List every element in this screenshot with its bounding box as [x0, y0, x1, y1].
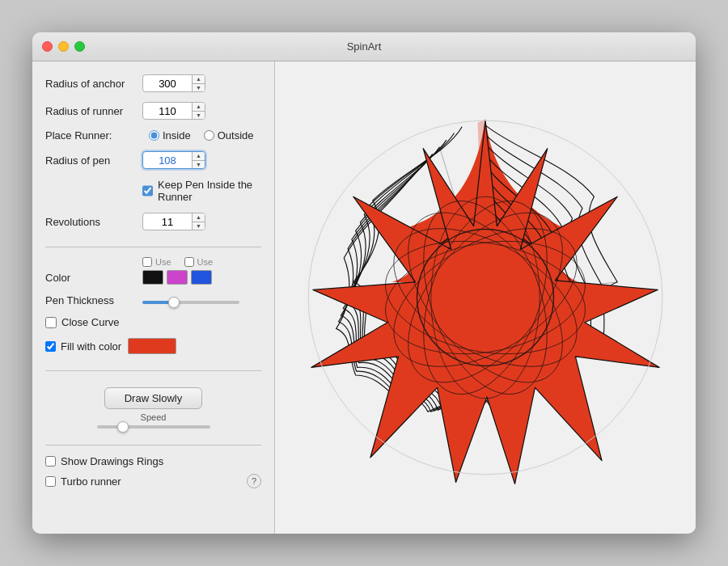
radius-anchor-row: Radius of anchor ▲ ▼ [45, 74, 261, 92]
fill-color-checkbox[interactable] [45, 341, 56, 352]
pen-thickness-slider-wrap [142, 294, 261, 306]
place-runner-label: Place Runner: [45, 129, 142, 142]
turbo-runner-label: Turbo runner [61, 475, 121, 488]
spinart-drawing [291, 78, 679, 517]
radius-pen-down[interactable]: ▼ [193, 161, 205, 170]
radius-anchor-input[interactable] [143, 75, 192, 91]
keep-pen-label: Keep Pen Inside the Runner [158, 179, 261, 203]
keep-pen-checkbox[interactable] [142, 185, 153, 196]
radius-runner-up[interactable]: ▲ [193, 102, 205, 112]
radius-pen-input[interactable] [143, 152, 192, 168]
close-button[interactable] [42, 41, 53, 52]
inside-radio[interactable] [149, 130, 159, 141]
color-label: Color [45, 272, 142, 284]
use-row: Use Use [142, 257, 261, 267]
minimize-button[interactable] [58, 41, 69, 52]
color-row: Color [45, 270, 261, 285]
inside-radio-item[interactable]: Inside [149, 129, 191, 142]
color-swatch-purple[interactable] [167, 270, 188, 285]
radius-runner-label: Radius of runner [45, 105, 142, 117]
radius-runner-stepper[interactable]: ▲ ▼ [192, 102, 205, 120]
radius-pen-up[interactable]: ▲ [193, 151, 205, 161]
pen-thickness-slider[interactable] [142, 301, 239, 304]
revolutions-stepper[interactable]: ▲ ▼ [192, 213, 205, 230]
speed-slider[interactable] [97, 425, 210, 429]
radius-pen-row: Radius of pen ▲ ▼ [45, 151, 261, 169]
use-label-1: Use [155, 257, 171, 267]
draw-button-wrap: Draw Slowly [45, 387, 261, 409]
pen-thickness-row: Pen Thickness [45, 294, 261, 306]
help-icon[interactable]: ? [247, 474, 261, 488]
radius-anchor-input-wrap: ▲ ▼ [142, 74, 205, 92]
radius-anchor-stepper[interactable]: ▲ ▼ [192, 74, 205, 92]
place-runner-row: Place Runner: Inside Outside [45, 129, 261, 142]
traffic-lights [42, 41, 85, 52]
window-title: SpinArt [347, 40, 382, 53]
bottom-checks: Show Drawings Rings Turbo runner ? [45, 455, 261, 488]
titlebar: SpinArt [32, 32, 696, 61]
fill-color-label: Fill with color [61, 340, 121, 353]
radius-pen-label: Radius of pen [45, 154, 142, 167]
radius-anchor-up[interactable]: ▲ [193, 74, 205, 84]
close-curve-row: Close Curve [45, 316, 261, 328]
show-rings-label: Show Drawings Rings [61, 455, 163, 467]
revolutions-input-wrap: ▲ ▼ [142, 213, 205, 230]
radius-pen-stepper[interactable]: ▲ ▼ [192, 151, 205, 169]
draw-slowly-button[interactable]: Draw Slowly [104, 387, 203, 409]
radius-anchor-down[interactable]: ▼ [193, 84, 205, 93]
revolutions-row: Revolutions ▲ ▼ [45, 213, 261, 230]
fill-color-row: Fill with color [45, 338, 261, 354]
color-section: Use Use Color [45, 257, 261, 285]
outside-radio-item[interactable]: Outside [204, 129, 254, 142]
radius-runner-down[interactable]: ▼ [193, 112, 205, 120]
radius-runner-input[interactable] [143, 103, 192, 119]
main-window: SpinArt Radius of anchor ▲ ▼ Radius of r… [32, 32, 696, 534]
speed-section: Speed [45, 412, 261, 429]
sidebar: Radius of anchor ▲ ▼ Radius of runner ▲ [32, 61, 275, 534]
color-swatch-blue[interactable] [191, 270, 212, 285]
turbo-runner-checkbox[interactable] [45, 476, 56, 487]
canvas-area [275, 61, 696, 534]
close-curve-label: Close Curve [61, 316, 120, 328]
use-label-2: Use [197, 257, 214, 267]
color-swatch-black[interactable] [142, 270, 163, 285]
separator-2 [45, 370, 261, 371]
use-check-1[interactable] [142, 257, 152, 267]
inside-label: Inside [163, 129, 191, 142]
content-area: Radius of anchor ▲ ▼ Radius of runner ▲ [32, 61, 696, 534]
radius-pen-input-wrap: ▲ ▼ [142, 151, 205, 169]
outside-label: Outside [218, 129, 254, 142]
revolutions-label: Revolutions [45, 216, 142, 228]
revolutions-down[interactable]: ▼ [193, 222, 205, 231]
use-check-2[interactable] [184, 257, 194, 267]
separator-3 [45, 445, 261, 446]
show-rings-row: Show Drawings Rings [45, 455, 261, 467]
maximize-button[interactable] [74, 41, 85, 52]
outside-radio[interactable] [204, 130, 214, 141]
radius-runner-row: Radius of runner ▲ ▼ [45, 102, 261, 120]
keep-pen-row: Keep Pen Inside the Runner [142, 179, 261, 203]
place-runner-group: Inside Outside [149, 129, 254, 142]
separator-1 [45, 247, 261, 247]
turbo-runner-row: Turbo runner ? [45, 474, 261, 488]
radius-anchor-label: Radius of anchor [45, 78, 142, 90]
fill-color-swatch[interactable] [128, 338, 176, 354]
color-swatches [142, 270, 212, 285]
revolutions-up[interactable]: ▲ [193, 213, 205, 222]
show-rings-checkbox[interactable] [45, 456, 56, 467]
close-curve-checkbox[interactable] [45, 317, 57, 328]
radius-runner-input-wrap: ▲ ▼ [142, 102, 205, 120]
pen-thickness-label: Pen Thickness [45, 294, 142, 306]
revolutions-input[interactable] [143, 213, 192, 230]
